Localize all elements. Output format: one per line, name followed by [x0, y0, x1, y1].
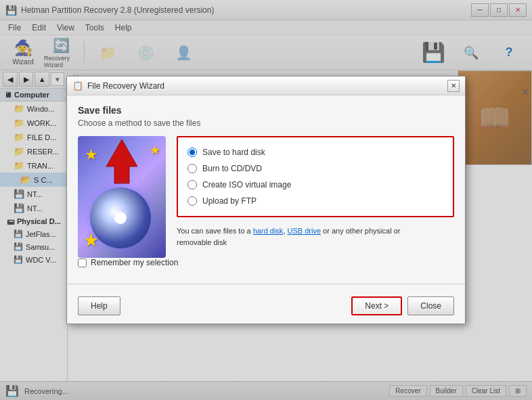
- radio-hdd[interactable]: [187, 148, 197, 157]
- dialog-content-row: ★ ★ ★: [78, 136, 454, 258]
- radio-cd[interactable]: [187, 164, 197, 173]
- cd-inner: ★ ★ ★: [78, 136, 166, 258]
- hdd-link[interactable]: hard disk: [253, 227, 284, 235]
- remember-label: Remember my selection: [91, 258, 178, 267]
- dialog-title-icon: 📋: [72, 81, 83, 91]
- remember-row: Remember my selection: [78, 258, 454, 267]
- option-hdd[interactable]: Save to hard disk: [187, 144, 443, 160]
- star-top-left: ★: [85, 146, 98, 164]
- radio-iso[interactable]: [187, 180, 197, 190]
- dialog-footer: Help Next > Close: [67, 291, 465, 324]
- svg-marker-0: [106, 139, 137, 183]
- option-iso-label: Create ISO virtual image: [202, 180, 291, 190]
- cd-disc: [90, 187, 151, 248]
- next-button[interactable]: Next >: [351, 296, 402, 315]
- dialog-body: Save files Choose a method to save the f…: [67, 95, 465, 277]
- dialog-divider: [67, 284, 465, 284]
- cd-image: ★ ★ ★: [78, 136, 166, 258]
- option-iso[interactable]: Create ISO virtual image: [187, 177, 443, 193]
- close-button-dialog[interactable]: Close: [407, 296, 454, 315]
- dialog-heading: Save files: [78, 105, 454, 116]
- dialog-title-left: 📋 File Recovery Wizard: [72, 81, 164, 91]
- dialog-close-button[interactable]: ✕: [447, 80, 460, 92]
- dialog-titlebar: 📋 File Recovery Wizard ✕: [67, 76, 465, 95]
- info-text: You can save files to a hard disk, USB d…: [177, 225, 407, 248]
- file-recovery-wizard-dialog: 📋 File Recovery Wizard ✕ Save files Choo…: [66, 76, 466, 324]
- option-cd[interactable]: Burn to CD/DVD: [187, 160, 443, 177]
- save-options-box: Save to hard disk Burn to CD/DVD Create …: [177, 136, 454, 217]
- radio-ftp[interactable]: [187, 196, 197, 206]
- dialog-title-text: File Recovery Wizard: [87, 81, 164, 91]
- star-bottom-left: ★: [83, 230, 99, 251]
- dialog-subtitle: Choose a method to save the files: [78, 118, 454, 128]
- option-ftp[interactable]: Upload by FTP: [187, 193, 443, 209]
- option-ftp-label: Upload by FTP: [202, 196, 257, 206]
- footer-buttons: Next > Close: [351, 296, 454, 315]
- option-cd-label: Burn to CD/DVD: [202, 164, 262, 173]
- options-area: Save to hard disk Burn to CD/DVD Create …: [177, 136, 454, 258]
- dialog-overlay: 📋 File Recovery Wizard ✕ Save files Choo…: [0, 0, 532, 400]
- next-btn-group: Next >: [351, 296, 402, 315]
- option-hdd-label: Save to hard disk: [202, 148, 265, 157]
- usb-link[interactable]: USB drive: [288, 227, 322, 235]
- star-top-right: ★: [150, 143, 160, 158]
- footer-left: Help: [78, 296, 346, 315]
- help-button[interactable]: Help: [78, 296, 120, 315]
- remember-checkbox[interactable]: [78, 259, 87, 267]
